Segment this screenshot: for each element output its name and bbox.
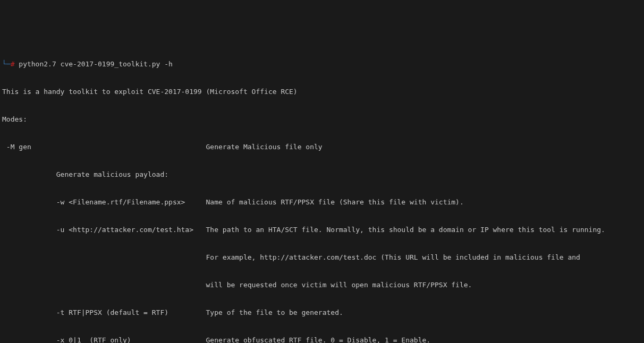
terminal-output: This is a handy toolkit to exploit CVE-2…	[2, 71, 642, 343]
command-input[interactable]: python2.7 cve-2017-0199_toolkit.py -h	[14, 57, 172, 71]
prompt-line-1: └─# python2.7 cve-2017-0199_toolkit.py -…	[2, 57, 642, 71]
prompt-hash: #	[11, 57, 15, 71]
prompt-corner: └─	[2, 57, 11, 71]
